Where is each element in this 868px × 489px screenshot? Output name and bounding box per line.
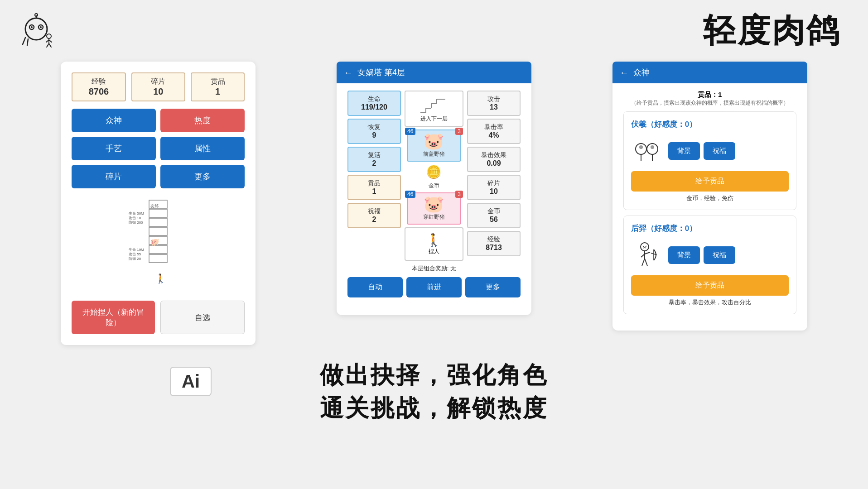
hp-label: 生命 [350, 95, 398, 103]
svg-rect-16 [149, 209, 167, 217]
stat-tribute: 贡品 1 [191, 72, 245, 101]
stats-row: 经验 8706 碎片 10 贡品 1 [72, 72, 245, 101]
stat-tribute-label: 贡品 [193, 77, 242, 86]
bottom-text: 做出抉择，强化角色 通关挑战，解锁热度 [0, 350, 868, 434]
stair-label: 进入下一层 [420, 115, 448, 123]
dungeon-gold: 金币 56 [467, 203, 521, 228]
screen2-header: ← 女娲塔 第4层 [337, 62, 531, 83]
advance-button[interactable]: 前进 [406, 277, 462, 297]
monster2-box: 46 3 🐷 穿红野猪 [407, 192, 461, 225]
svg-text:攻击 55: 攻击 55 [129, 252, 141, 256]
dungeon-more-button[interactable]: 更多 [465, 277, 521, 297]
bottom-line2: 通关挑战，解锁热度 [9, 392, 859, 425]
stair-box: 进入下一层 [405, 91, 463, 127]
svg-rect-21 [149, 254, 167, 263]
logo-icon [18, 13, 54, 49]
auto-button[interactable]: 自动 [347, 277, 403, 297]
screen1-mockup: 经验 8706 碎片 10 贡品 1 众神 热度 手艺 属性 碎片 更多 [61, 62, 256, 345]
god-fuxi-avatar [631, 135, 663, 167]
stat-shards-label: 碎片 [134, 77, 183, 86]
dungeon-revive: 复活 2 [347, 147, 401, 172]
dungeon-title: 女娲塔 第4层 [357, 67, 405, 78]
svg-point-9 [47, 34, 51, 38]
svg-line-45 [643, 246, 644, 247]
houyi-blessing-button[interactable]: 祝福 [704, 246, 735, 264]
fuxi-avatar-icon [632, 136, 661, 166]
houyi-background-button[interactable]: 背景 [668, 246, 700, 264]
svg-line-11 [47, 43, 49, 47]
monster1-badge-left: 46 [405, 128, 415, 135]
svg-point-6 [35, 14, 38, 16]
menu-more-button[interactable]: 更多 [160, 165, 245, 188]
svg-line-8 [27, 39, 28, 45]
god-houyi-buttons: 背景 祝福 [668, 246, 789, 264]
attack-label: 攻击 [470, 95, 518, 103]
hp-value: 119/120 [350, 103, 398, 111]
exp-stat-label: 经验 [470, 235, 518, 244]
self-select-button[interactable]: 自选 [160, 301, 245, 334]
crit-effect-label: 暴击效果 [470, 151, 518, 159]
god-houyi-inner: 背景 祝福 [631, 239, 789, 271]
dungeon-hp: 生命 119/120 [347, 91, 401, 116]
svg-text:防御 200: 防御 200 [129, 221, 143, 225]
svg-text:防御 20: 防御 20 [129, 257, 141, 261]
stat-shards: 碎片 10 [131, 72, 185, 101]
monster1-name: 前盖野猪 [410, 150, 458, 158]
gold-stat-value: 56 [470, 216, 518, 224]
dungeon-right: 攻击 13 暴击率 4% 暴击效果 0.09 碎片 10 金币 56 [467, 91, 521, 261]
gold-coin-icon: 🪙 [426, 164, 442, 179]
logo [18, 13, 54, 49]
monster1-badge-right: 3 [455, 128, 463, 135]
stat-exp-value: 8706 [74, 86, 123, 97]
recovery-label: 恢复 [350, 123, 398, 131]
god-houyi-avatar [631, 239, 663, 271]
app-title: 轻度肉鸽 [703, 9, 841, 53]
exp-stat-value: 8713 [470, 244, 518, 252]
menu-heat-button[interactable]: 热度 [160, 109, 245, 132]
houyi-give-button[interactable]: 给予贡品 [631, 275, 789, 296]
svg-rect-17 [149, 218, 167, 226]
player-figure: 🚶 [410, 233, 458, 248]
monster1-face: 🐷 [410, 133, 458, 149]
god-fuxi-title: 伏羲（好感度：0） [631, 119, 789, 129]
menu-gods-button[interactable]: 众神 [72, 109, 156, 132]
player-box: 🚶 捏人 [405, 227, 463, 261]
dungeon-exp: 经验 8713 [467, 231, 521, 256]
god-card-houyi: 后羿（好感度：0） [623, 216, 796, 314]
screen2-mockup: ← 女娲塔 第4层 生命 119/120 恢复 9 复活 2 贡品 [337, 62, 531, 315]
menu-grid: 众神 热度 手艺 属性 碎片 更多 [72, 109, 245, 188]
back-arrow-gods-icon[interactable]: ← [620, 67, 629, 78]
back-arrow-icon[interactable]: ← [344, 67, 353, 78]
attack-value: 13 [470, 103, 518, 111]
svg-point-3 [31, 26, 33, 28]
menu-shards-button[interactable]: 碎片 [72, 165, 156, 188]
dungeon-actions: 自动 前进 更多 [347, 277, 521, 297]
monster2-badge-left: 46 [405, 191, 415, 198]
start-new-button[interactable]: 开始捏人（新的冒险） [72, 301, 155, 334]
dungeon-center: 进入下一层 46 3 🐷 前盖野猪 🪙 金币 46 3 🐷 穿红野猪 [405, 91, 463, 261]
svg-line-7 [23, 38, 25, 44]
fuxi-background-button[interactable]: 背景 [668, 142, 700, 160]
stat-experience: 经验 8706 [72, 72, 125, 101]
action-row: 开始捏人（新的冒险） 自选 [72, 301, 245, 334]
svg-text:🐖: 🐖 [150, 238, 159, 246]
ai-badge: Ai [170, 367, 212, 396]
menu-craft-button[interactable]: 手艺 [72, 137, 156, 160]
svg-line-48 [641, 254, 645, 257]
header: 轻度肉鸽 [0, 0, 868, 57]
fuxi-give-button[interactable]: 给予贡品 [631, 171, 789, 192]
tribute-info: 贡品：1 （给予贡品，摸索出现该众神的概率，摸索出现越有祝福的概率） [623, 91, 796, 107]
tribute-value: 1 [350, 187, 398, 196]
tribute-label: 贡品 [350, 179, 398, 187]
svg-point-4 [40, 26, 42, 28]
svg-line-53 [645, 259, 647, 266]
blessing-label: 祝福 [350, 207, 398, 216]
gold-label: 金币 [429, 182, 439, 190]
blessing-value: 2 [350, 216, 398, 224]
fuxi-blessing-button[interactable]: 祝福 [704, 142, 735, 160]
dungeon-crit-effect: 暴击效果 0.09 [467, 147, 521, 172]
menu-attr-button[interactable]: 属性 [160, 137, 245, 160]
monster2-face: 🐷 [410, 196, 458, 212]
crit-effect-value: 0.09 [470, 159, 518, 168]
bottom-line1: 做出抉择，强化角色 [9, 359, 859, 392]
